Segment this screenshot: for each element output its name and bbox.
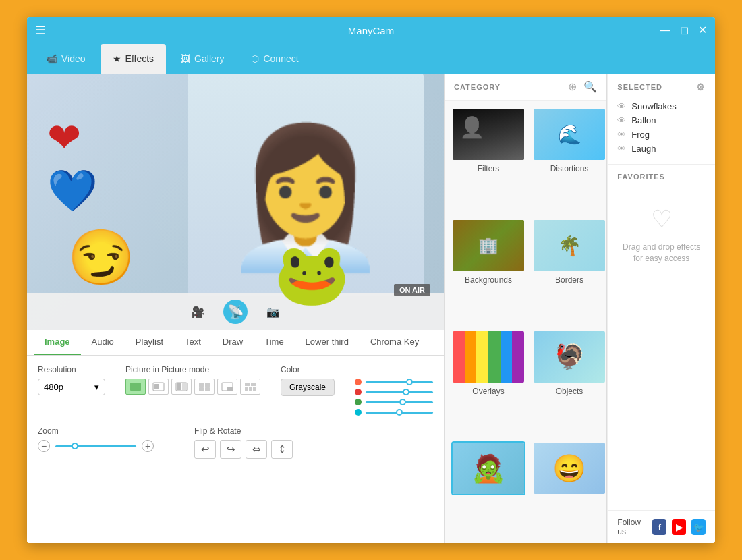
preview-background: ❤ 💙 😏 🐸 👩‍💼 ON AIR	[27, 74, 444, 330]
title-bar: ☰ ManyCam — ◻ ✕	[27, 17, 715, 44]
stripe-4	[488, 331, 501, 383]
category-item-objects[interactable]: 🦃 Objects	[532, 330, 606, 435]
backgrounds-visual: 🏢	[453, 220, 524, 271]
nav-tab-video[interactable]: 📹 Video	[34, 44, 98, 74]
pip-btn-6[interactable]	[240, 379, 260, 395]
zoom-label: Zoom	[38, 426, 154, 436]
tab-audio[interactable]: Audio	[81, 330, 125, 355]
menu-icon[interactable]: ☰	[35, 23, 46, 38]
minimize-button[interactable]: —	[660, 25, 670, 36]
svg-rect-2	[154, 384, 159, 389]
cat-thumb-overlays	[451, 330, 525, 384]
green-dot	[355, 399, 362, 405]
nav-tab-connect-label: Connect	[263, 53, 298, 64]
rotate-right-button[interactable]: ↪	[220, 440, 241, 459]
borders-visual: 🌴	[534, 220, 605, 271]
nav-tab-effects-label: Effects	[125, 53, 154, 64]
svg-rect-8	[199, 387, 204, 391]
twitter-icon[interactable]: 🐦	[691, 519, 706, 535]
zoom-plus-button[interactable]: +	[142, 440, 154, 452]
favorites-heart-icon: ♡	[651, 205, 673, 233]
selected-label-frog: Frog	[631, 130, 650, 140]
thumb-face2-bg: 😄	[534, 443, 605, 494]
pip-btn-2[interactable]	[148, 379, 169, 395]
sub-tabs-row: Image Audio Playlist Text Draw Time	[27, 330, 444, 356]
nav-tab-connect[interactable]: ⬡ Connect	[239, 44, 310, 74]
svg-rect-13	[251, 383, 256, 386]
eye-icon-ballon[interactable]: 👁	[617, 115, 626, 125]
stripe-5	[501, 331, 513, 383]
settings-row-1: Resolution 480p ▾ Picture in Picture mod…	[38, 365, 433, 416]
tab-playlist[interactable]: Playlist	[125, 330, 174, 355]
camera-record-button[interactable]: 🎥	[186, 300, 210, 324]
eye-icon-laugh[interactable]: 👁	[617, 144, 626, 154]
category-item-face2[interactable]: 😄	[532, 441, 606, 536]
rgb-slider[interactable]	[366, 381, 433, 383]
zoom-group: Zoom − +	[38, 426, 154, 459]
zoom-slider[interactable]	[55, 445, 136, 447]
effects-icon: ★	[113, 53, 121, 64]
category-item-distortions[interactable]: 🌊 Distortions	[532, 107, 606, 212]
green-slider-row	[355, 399, 433, 405]
thumb-overlays-bg	[453, 331, 524, 383]
cat-label-overlays: Overlays	[472, 387, 504, 396]
search-category-icon[interactable]: 🔍	[583, 80, 597, 93]
eye-icon-frog[interactable]: 👁	[617, 130, 626, 140]
grayscale-button[interactable]: Grayscale	[281, 379, 335, 396]
pip-btn-3[interactable]	[171, 379, 192, 395]
red-dot	[355, 389, 362, 395]
thumb-borders-bg: 🌴	[534, 220, 605, 271]
red-slider[interactable]	[366, 391, 433, 393]
flip-vertical-button[interactable]: ⇕	[271, 440, 293, 459]
category-item-overlays[interactable]: Overlays	[451, 330, 525, 435]
app-window: ☰ ManyCam — ◻ ✕ 📹 Video ★ Effects 🖼 Gall…	[27, 17, 715, 543]
tab-image[interactable]: Image	[34, 330, 81, 355]
selected-item-frog: 👁 Frog	[617, 128, 706, 142]
category-item-borders[interactable]: 🌴 Borders	[532, 219, 606, 323]
flip-horizontal-button[interactable]: ⇔	[246, 440, 267, 459]
window-controls: — ◻ ✕	[660, 25, 707, 36]
pip-group: Picture in Picture mode	[125, 365, 260, 416]
youtube-icon[interactable]: ▶	[672, 519, 686, 535]
category-title: CATEGORY	[454, 83, 501, 91]
selected-settings-icon[interactable]: ⚙	[696, 82, 706, 92]
tab-text[interactable]: Text	[174, 330, 212, 355]
maximize-button[interactable]: ◻	[680, 25, 689, 36]
zoom-row: − +	[38, 440, 154, 452]
cat-label-borders: Borders	[555, 275, 583, 285]
connect-icon: ⬡	[251, 53, 259, 64]
color-label: Color	[281, 365, 335, 374]
eye-icon-snowflakes[interactable]: 👁	[617, 101, 626, 111]
pip-btn-1[interactable]	[125, 379, 146, 395]
blue-slider[interactable]	[366, 412, 433, 414]
resolution-dropdown[interactable]: 480p ▾	[38, 379, 105, 395]
pip-btn-4[interactable]	[194, 379, 215, 395]
color-group: Color Grayscale	[281, 365, 335, 416]
green-slider[interactable]	[366, 401, 433, 403]
blue-dot	[355, 409, 362, 416]
add-category-icon[interactable]: ⊕	[568, 80, 577, 93]
thumb-face1-bg: 🧟	[453, 443, 524, 494]
facebook-icon[interactable]: f	[652, 519, 666, 535]
nav-tab-gallery[interactable]: 🖼 Gallery	[169, 44, 236, 74]
close-button[interactable]: ✕	[698, 25, 707, 36]
category-item-filters[interactable]: 👤 Filters	[451, 107, 525, 212]
tab-time[interactable]: Time	[254, 330, 294, 355]
category-item-backgrounds[interactable]: 🏢 Backgrounds	[451, 219, 525, 323]
pip-btn-5[interactable]	[217, 379, 237, 395]
cat-label-objects: Objects	[556, 387, 583, 396]
svg-rect-4	[177, 383, 181, 390]
tab-draw[interactable]: Draw	[212, 330, 254, 355]
nav-bar: 📹 Video ★ Effects 🖼 Gallery ⬡ Connect	[27, 44, 715, 74]
rotate-left-button[interactable]: ↩	[194, 440, 216, 459]
heart-red: ❤	[47, 114, 98, 161]
broadcast-button[interactable]: 📡	[223, 300, 248, 324]
selected-item-ballon: 👁 Ballon	[617, 113, 706, 128]
zoom-minus-button[interactable]: −	[38, 440, 50, 452]
tab-chroma-key[interactable]: Chroma Key	[360, 330, 430, 355]
category-item-face1[interactable]: 🧟	[451, 441, 525, 536]
nav-tab-effects[interactable]: ★ Effects	[101, 44, 167, 74]
tab-lower-third[interactable]: Lower third	[295, 330, 360, 355]
title-bar-left: ☰	[35, 23, 46, 38]
stripe-2	[465, 331, 477, 383]
